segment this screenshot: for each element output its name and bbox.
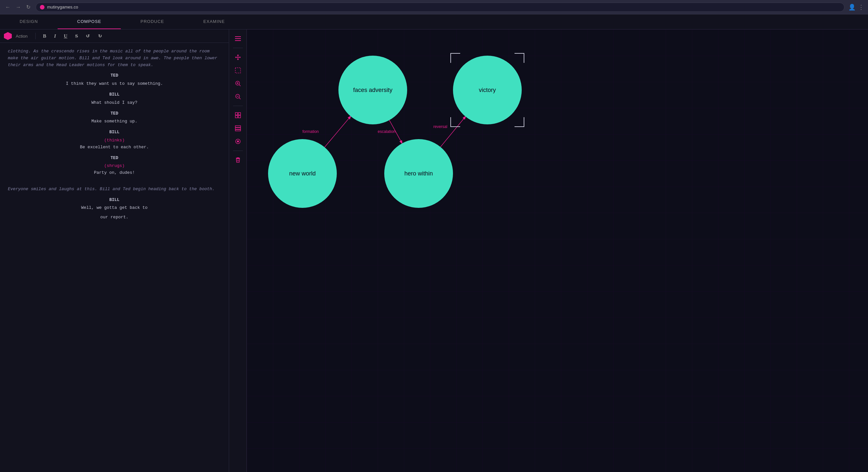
- tab-produce[interactable]: PRODUCE: [121, 14, 184, 29]
- app-logo: [4, 32, 12, 40]
- svg-rect-17: [235, 130, 241, 131]
- svg-rect-21: [237, 157, 239, 158]
- svg-line-24: [325, 116, 351, 147]
- browser-chrome: ← → ↻ mutinygames.co 👤 ⋮: [0, 0, 868, 14]
- sidebar-divider-2: [233, 106, 243, 106]
- node-new-world[interactable]: new world: [268, 139, 337, 208]
- globe-icon[interactable]: [232, 135, 244, 147]
- layers-icon[interactable]: [232, 122, 244, 134]
- action-text-2: Everyone smiles and laughs at this. Bill…: [8, 186, 221, 193]
- forward-button[interactable]: →: [14, 3, 22, 11]
- svg-rect-13: [235, 116, 238, 118]
- node-faces-adversity[interactable]: faces adversity: [338, 56, 407, 124]
- node-label-new-world: new world: [289, 170, 315, 177]
- user-icon[interactable]: 👤: [848, 4, 856, 11]
- tab-design[interactable]: DESIGN: [0, 14, 58, 29]
- svg-line-5: [239, 85, 241, 86]
- underline-button[interactable]: U: [62, 32, 69, 40]
- bold-button[interactable]: B: [41, 32, 48, 40]
- parenthetical-5: (shrugs): [8, 163, 221, 169]
- edge-label-escalation: escalation: [378, 129, 395, 134]
- svg-line-9: [239, 98, 241, 99]
- svg-rect-14: [238, 116, 241, 118]
- node-victory[interactable]: victory: [453, 56, 522, 124]
- main-layout: Action B I U S ↺ ↻ clothing. As the cres…: [0, 29, 868, 472]
- svg-rect-16: [235, 128, 241, 129]
- node-label-hero-within: hero within: [404, 170, 433, 177]
- character-1: TED: [8, 72, 221, 79]
- bracket-br: [515, 117, 524, 127]
- svg-rect-15: [235, 126, 241, 127]
- character-2: BILL: [8, 91, 221, 98]
- dialogue-6a: Well, we gotta get back to: [8, 204, 221, 212]
- character-6: BILL: [8, 197, 221, 203]
- svg-rect-3: [235, 68, 241, 73]
- tab-compose[interactable]: COMPOSE: [58, 14, 121, 29]
- edge-label-formation: formation: [303, 129, 319, 134]
- canvas-area[interactable]: formation escalation reversal faces adve…: [247, 29, 868, 472]
- url-text: mutinygames.co: [47, 5, 78, 9]
- tab-examine[interactable]: EXAMINE: [184, 14, 245, 29]
- character-5: TED: [8, 155, 221, 162]
- right-panel: formation escalation reversal faces adve…: [229, 29, 868, 472]
- browser-actions: 👤 ⋮: [848, 4, 864, 11]
- refresh-button[interactable]: ↻: [25, 3, 32, 11]
- script-content[interactable]: clothing. As the crescendo rises in the …: [0, 43, 229, 472]
- toolbar-separator: [35, 33, 36, 39]
- sidebar-divider-3: [233, 151, 243, 151]
- favicon: [40, 5, 44, 9]
- edge-label-reversal: reversal: [433, 124, 447, 129]
- editor-panel: Action B I U S ↺ ↻ clothing. As the cres…: [0, 29, 229, 472]
- character-4: BILL: [8, 129, 221, 136]
- grid-icon[interactable]: [232, 109, 244, 121]
- select-icon[interactable]: [232, 64, 244, 76]
- sidebar-divider-1: [233, 48, 243, 48]
- delete-icon[interactable]: [232, 154, 244, 166]
- undo-button[interactable]: ↺: [84, 32, 92, 40]
- dialogue-4: Be excellent to each other.: [8, 144, 221, 151]
- svg-rect-2: [235, 40, 241, 41]
- zoom-in-icon[interactable]: [232, 77, 244, 89]
- strikethrough-button[interactable]: S: [73, 32, 80, 40]
- dialogue-1: I think they want us to say something.: [8, 81, 221, 87]
- action-text-1: clothing. As the crescendo rises in the …: [8, 48, 221, 68]
- more-icon[interactable]: ⋮: [858, 4, 864, 11]
- address-bar[interactable]: mutinygames.co: [36, 3, 844, 12]
- bracket-tr: [515, 53, 524, 63]
- action-selector[interactable]: Action: [16, 34, 28, 39]
- node-hero-within[interactable]: hero within: [384, 139, 453, 208]
- svg-rect-1: [235, 38, 241, 39]
- app-tabs: DESIGN COMPOSE PRODUCE EXAMINE: [0, 14, 868, 29]
- dialogue-6b: our report.: [8, 214, 221, 221]
- back-button[interactable]: ←: [4, 3, 12, 11]
- sidebar-icons: [229, 29, 247, 472]
- bracket-bl: [451, 117, 460, 127]
- dialogue-3: Make something up.: [8, 118, 221, 125]
- move-icon[interactable]: [232, 52, 244, 63]
- svg-rect-12: [238, 113, 241, 115]
- dialogue-5: Party on, dudes!: [8, 169, 221, 177]
- svg-point-19: [237, 140, 239, 143]
- zoom-out-icon[interactable]: [232, 91, 244, 102]
- svg-rect-0: [235, 36, 241, 37]
- svg-line-25: [390, 120, 402, 144]
- svg-rect-11: [235, 113, 238, 115]
- editor-toolbar: Action B I U S ↺ ↻: [0, 29, 229, 43]
- redo-button[interactable]: ↻: [96, 32, 104, 40]
- bracket-tl: [451, 53, 460, 63]
- character-3: TED: [8, 110, 221, 117]
- parenthetical-4: (thinks): [8, 137, 221, 144]
- dialogue-2: What should I say?: [8, 99, 221, 106]
- menu-icon[interactable]: [232, 33, 244, 44]
- browser-nav: ← → ↻: [4, 3, 32, 11]
- italic-button[interactable]: I: [52, 32, 58, 40]
- node-label-faces-adversity: faces adversity: [353, 87, 393, 94]
- node-label-victory: victory: [479, 87, 496, 94]
